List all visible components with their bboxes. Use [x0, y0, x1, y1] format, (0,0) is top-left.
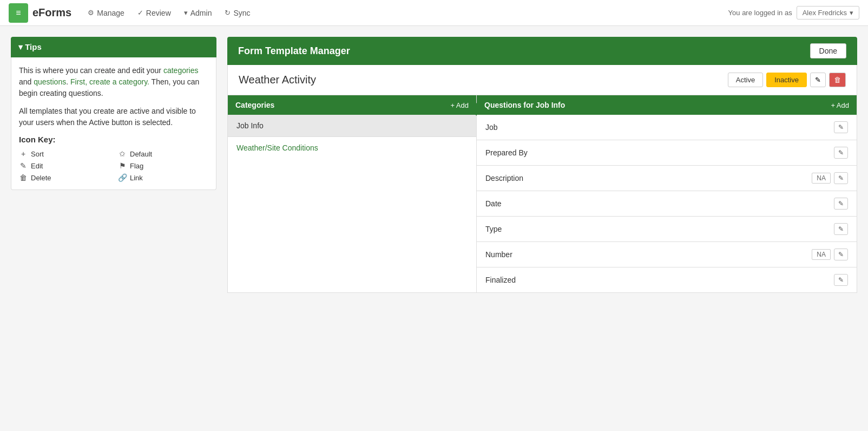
tips-header[interactable]: ▾ Tips	[11, 37, 216, 57]
questions-panel: Questions for Job Info + Add Job ✎ Prepa…	[477, 95, 857, 292]
question-label-job: Job	[485, 123, 498, 132]
question-edit-button-number[interactable]: ✎	[834, 249, 848, 260]
nav-admin-label: Admin	[190, 9, 212, 17]
categories-title: Categories	[235, 101, 274, 109]
nav-review[interactable]: ✓ Review	[137, 9, 171, 17]
icon-key-grid: + Sort ✩ Default ✎ Edit ⚑ Flag	[19, 149, 208, 182]
logo-icon: ≡	[9, 3, 28, 23]
question-edit-button-job[interactable]: ✎	[834, 121, 848, 133]
icon-key-default: ✩ Default	[118, 149, 208, 158]
default-label: Default	[130, 150, 152, 158]
question-row-type: Type ✎	[477, 217, 857, 242]
user-name: Alex Fredricks	[803, 9, 847, 17]
sync-icon: ↻	[225, 9, 231, 17]
logo-area: ≡ eForms	[9, 3, 71, 23]
admin-dropdown-icon: ▾	[184, 9, 188, 17]
nav-sync-label: Sync	[233, 9, 250, 17]
form-delete-icon: 🗑	[834, 76, 841, 84]
form-edit-icon: ✎	[815, 76, 821, 84]
inactive-button[interactable]: Inactive	[766, 73, 807, 87]
tips-paragraph1: This is where you can create and edit yo…	[19, 65, 208, 99]
categories-panel: Categories + Add Job Info Weather/Site C…	[228, 95, 477, 292]
delete-icon: 🗑	[19, 173, 28, 182]
default-icon: ✩	[118, 149, 127, 158]
na-badge-description: NA	[812, 173, 831, 184]
nav-manage-label: Manage	[97, 9, 124, 17]
form-name-bar: Weather Activity Active Inactive ✎ 🗑	[227, 65, 857, 95]
delete-label: Delete	[31, 174, 51, 182]
nav-items: ⚙ Manage ✓ Review ▾ Admin ↻ Sync	[88, 9, 728, 17]
review-icon: ✓	[137, 9, 143, 17]
tips-panel: ▾ Tips This is where you can create and …	[11, 37, 216, 420]
categories-link[interactable]: categories	[163, 66, 199, 75]
questions-header: Questions for Job Info + Add	[477, 95, 857, 115]
user-dropdown-arrow: ▾	[850, 9, 853, 17]
question-row-job: Job ✎	[477, 115, 857, 140]
icon-key-delete: 🗑 Delete	[19, 173, 109, 182]
active-button[interactable]: Active	[728, 73, 763, 87]
question-row-finalized: Finalized ✎	[477, 267, 857, 292]
questions-title: Questions for Job Info	[484, 101, 565, 109]
logged-in-label: You are logged in as	[728, 9, 792, 17]
question-label-prepared-by: Prepared By	[485, 148, 528, 157]
form-delete-button[interactable]: 🗑	[829, 73, 846, 87]
question-edit-button-date[interactable]: ✎	[834, 198, 848, 210]
sort-icon: +	[19, 149, 28, 158]
question-row-prepared-by: Prepared By ✎	[477, 140, 857, 166]
icon-key-edit: ✎ Edit	[19, 161, 109, 170]
nav-right: You are logged in as Alex Fredricks ▾	[728, 6, 859, 19]
icon-key-section: Icon Key: + Sort ✩ Default ✎ Edit	[19, 135, 208, 182]
question-label-number: Number	[485, 250, 512, 259]
question-label-finalized: Finalized	[485, 276, 516, 284]
status-controls: Active Inactive ✎ 🗑	[728, 73, 846, 87]
question-row-right-type: ✎	[834, 223, 848, 235]
tips-header-label: ▾ Tips	[18, 42, 42, 52]
categories-add-button[interactable]: + Add	[450, 101, 469, 109]
question-edit-button-description[interactable]: ✎	[834, 172, 848, 184]
form-name-text: Weather Activity	[239, 74, 316, 86]
question-edit-button-type[interactable]: ✎	[834, 223, 848, 235]
icon-key-link: 🔗 Link	[118, 173, 208, 182]
question-row-number: Number NA ✎	[477, 242, 857, 267]
categories-header: Categories + Add	[228, 95, 476, 115]
question-row-right-date: ✎	[834, 198, 848, 210]
nav-sync[interactable]: ↻ Sync	[225, 9, 250, 17]
question-row-date: Date ✎	[477, 191, 857, 217]
tips-body: This is where you can create and edit yo…	[11, 57, 216, 190]
question-label-date: Date	[485, 199, 502, 208]
link-icon: 🔗	[118, 173, 127, 182]
link-label: Link	[130, 174, 143, 182]
bottom-section: Categories + Add Job Info Weather/Site C…	[227, 95, 857, 293]
icon-key-title: Icon Key:	[19, 135, 208, 144]
questions-link[interactable]: questions	[34, 77, 66, 86]
flag-icon: ⚑	[118, 161, 127, 170]
nav-admin[interactable]: ▾ Admin	[184, 9, 212, 17]
icon-key-sort: + Sort	[19, 149, 109, 158]
question-label-type: Type	[485, 225, 502, 233]
arrow-indicator	[469, 103, 477, 116]
flag-label: Flag	[130, 162, 143, 170]
question-row-right-description: NA ✎	[812, 172, 848, 184]
main-content: ▾ Tips This is where you can create and …	[0, 26, 868, 431]
questions-add-button[interactable]: + Add	[831, 101, 849, 109]
question-row-right-number: NA ✎	[812, 249, 848, 260]
edit-label: Edit	[31, 162, 43, 170]
form-edit-button[interactable]: ✎	[810, 73, 826, 87]
logo-text: eForms	[32, 6, 71, 19]
question-edit-button-finalized[interactable]: ✎	[834, 274, 848, 286]
question-edit-button-prepared-by[interactable]: ✎	[834, 147, 848, 159]
category-item-weather-site[interactable]: Weather/Site Conditions	[228, 137, 476, 159]
nav-manage[interactable]: ⚙ Manage	[88, 9, 124, 17]
nav-review-label: Review	[146, 9, 171, 17]
form-template-title: Form Template Manager	[238, 45, 350, 57]
user-dropdown[interactable]: Alex Fredricks ▾	[797, 6, 859, 19]
tips-paragraph2: All templates that you create are active…	[19, 106, 208, 128]
question-row-right-prepared-by: ✎	[834, 147, 848, 159]
question-row-description: Description NA ✎	[477, 166, 857, 191]
question-label-description: Description	[485, 174, 523, 182]
edit-icon: ✎	[19, 161, 28, 170]
first-link[interactable]: First, create a category.	[70, 77, 149, 86]
icon-key-flag: ⚑ Flag	[118, 161, 208, 170]
category-item-job-info[interactable]: Job Info	[228, 115, 476, 137]
done-button[interactable]: Done	[810, 43, 846, 58]
